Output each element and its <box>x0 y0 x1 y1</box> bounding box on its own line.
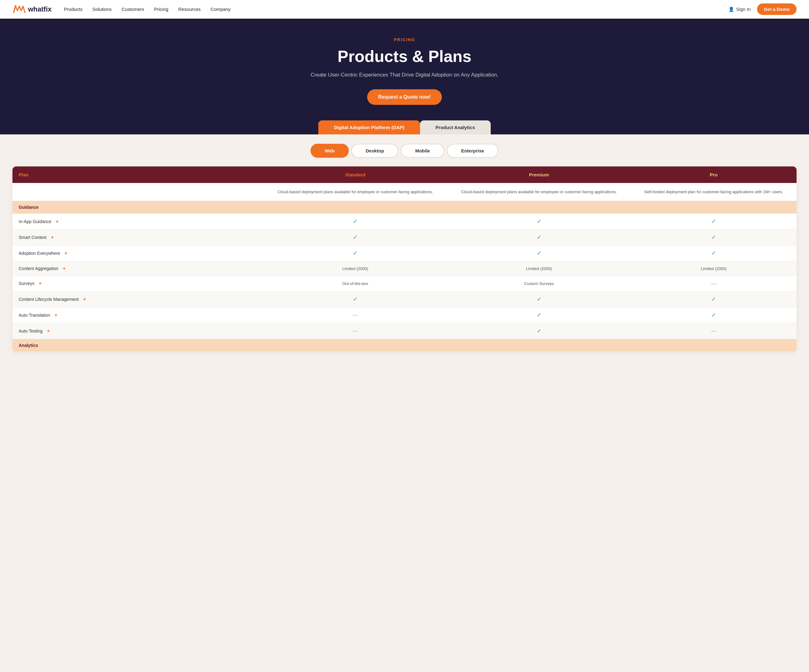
premium-limited: Limited (2000) <box>447 261 631 276</box>
signin-link[interactable]: 👤 Sign In <box>728 7 751 12</box>
dash-icon: — <box>711 280 717 287</box>
expand-icon[interactable]: + <box>83 297 86 302</box>
hero-title: Products & Plans <box>6 47 803 65</box>
get-demo-button[interactable]: Get a Demo <box>757 3 797 15</box>
description-row: Cloud-based deployment plans available f… <box>12 183 797 201</box>
tab-dap[interactable]: Digital Adoption Platform (DAP) <box>318 121 420 134</box>
checkmark-icon: ✓ <box>537 250 541 256</box>
feature-name: Adoption Everywhere + <box>12 245 263 261</box>
hero-section: PRICING Products & Plans Create User-Cen… <box>0 18 809 134</box>
standard-check: ✓ <box>263 213 447 229</box>
dash-icon: — <box>352 312 358 318</box>
table-row: Content Lifecycle Management + ✓ ✓ ✓ <box>12 291 797 307</box>
nav-company[interactable]: Company <box>211 7 230 12</box>
checkmark-icon: ✓ <box>537 328 541 334</box>
expand-icon[interactable]: + <box>54 312 57 318</box>
navbar-actions: 👤 Sign In Get a Demo <box>728 3 797 15</box>
plan-header: Plan <box>12 166 263 183</box>
standard-surveys: Out-of-the-box <box>263 276 447 291</box>
signin-label: Sign In <box>736 7 751 12</box>
nav-resources[interactable]: Resources <box>178 7 201 12</box>
pro-header: Pro <box>631 166 797 183</box>
checkmark-icon: ✓ <box>711 250 716 256</box>
feature-name: Auto Translation + <box>12 307 263 323</box>
standard-check: ✓ <box>263 229 447 245</box>
standard-at: — <box>263 307 447 323</box>
logo[interactable]: whatfix <box>12 4 52 15</box>
feature-name: In-App Guidance + <box>12 213 263 229</box>
subtab-mobile[interactable]: Mobile <box>401 144 444 158</box>
feature-name: Smart Context + <box>12 229 263 245</box>
subtab-enterprise[interactable]: Enterprise <box>447 144 498 158</box>
sub-tabs: Web Desktop Mobile Enterprise <box>12 144 797 158</box>
product-tabs: Digital Adoption Platform (DAP) Product … <box>6 121 803 134</box>
checkmark-icon: ✓ <box>711 296 716 302</box>
feature-name: Content Lifecycle Management + <box>12 291 263 307</box>
pro-at: ✓ <box>631 307 797 323</box>
analytics-section-label: Analytics <box>12 339 797 352</box>
expand-icon[interactable]: + <box>47 328 50 333</box>
expand-icon[interactable]: + <box>39 281 41 286</box>
checkmark-icon: ✓ <box>711 312 716 318</box>
expand-icon[interactable]: + <box>64 250 67 256</box>
pro-limited: Limited (2000) <box>631 261 797 276</box>
premium-clm: ✓ <box>447 291 631 307</box>
guidance-section-row: Guidance <box>12 201 797 213</box>
nav-customers[interactable]: Customers <box>122 7 144 12</box>
standard-clm: ✓ <box>263 291 447 307</box>
table-row: Auto Translation + — ✓ ✓ <box>12 307 797 323</box>
main-content: Web Desktop Mobile Enterprise Plan Stand… <box>0 134 809 364</box>
table-row: Smart Context + ✓ ✓ ✓ <box>12 229 797 245</box>
request-quote-button[interactable]: Request a Quote now! <box>367 89 442 105</box>
standard-desc: Cloud-based deployment plans available f… <box>263 183 447 201</box>
nav-products[interactable]: Products <box>64 7 82 12</box>
guidance-section-label: Guidance <box>12 201 797 213</box>
dash-icon: — <box>711 328 717 334</box>
premium-check: ✓ <box>447 245 631 261</box>
pro-autotest: — <box>631 323 797 339</box>
checkmark-icon: ✓ <box>537 296 541 302</box>
premium-header: Premium <box>447 166 631 183</box>
pricing-table: Plan Standard Premium Pro Cloud-based de… <box>12 166 797 352</box>
standard-check: ✓ <box>263 245 447 261</box>
table-row: Auto Testing + — ✓ — <box>12 323 797 339</box>
checkmark-icon: ✓ <box>537 218 541 225</box>
table-header-row: Plan Standard Premium Pro <box>12 166 797 183</box>
expand-icon[interactable]: + <box>56 219 59 224</box>
hero-subtitle: Create User-Centric Experiences That Dri… <box>6 72 803 78</box>
nav-pricing[interactable]: Pricing <box>154 7 168 12</box>
premium-check: ✓ <box>447 229 631 245</box>
checkmark-icon: ✓ <box>353 250 358 256</box>
premium-at: ✓ <box>447 307 631 323</box>
analytics-section-row: Analytics <box>12 339 797 352</box>
nav-links: Products Solutions Customers Pricing Res… <box>64 7 728 12</box>
plan-desc-empty <box>12 183 263 201</box>
pro-check: ✓ <box>631 245 797 261</box>
pro-desc: Self-hosted deployment plan for customer… <box>631 183 797 201</box>
feature-name: Auto Testing + <box>12 323 263 339</box>
svg-point-0 <box>15 5 17 7</box>
hero-tag: PRICING <box>6 37 803 42</box>
premium-autotest: ✓ <box>447 323 631 339</box>
table-row: In-App Guidance + ✓ ✓ ✓ <box>12 213 797 229</box>
subtab-desktop[interactable]: Desktop <box>351 144 398 158</box>
pro-clm: ✓ <box>631 291 797 307</box>
tab-analytics[interactable]: Product Analytics <box>420 121 491 134</box>
premium-surveys: Custom Surveys <box>447 276 631 291</box>
nav-solutions[interactable]: Solutions <box>92 7 112 12</box>
table-row: Surveys + Out-of-the-box Custom Surveys … <box>12 276 797 291</box>
checkmark-icon: ✓ <box>537 312 541 318</box>
feature-name: Content Aggregation + <box>12 261 263 276</box>
pro-check: ✓ <box>631 229 797 245</box>
user-icon: 👤 <box>728 7 734 12</box>
feature-name: Surveys + <box>12 276 263 291</box>
checkmark-icon: ✓ <box>711 234 716 240</box>
table-row: Adoption Everywhere + ✓ ✓ ✓ <box>12 245 797 261</box>
expand-icon[interactable]: + <box>51 235 54 240</box>
navbar: whatfix Products Solutions Customers Pri… <box>0 0 809 18</box>
expand-icon[interactable]: + <box>63 266 65 271</box>
subtab-web[interactable]: Web <box>311 144 349 158</box>
standard-autotest: — <box>263 323 447 339</box>
checkmark-icon: ✓ <box>711 218 716 225</box>
premium-check: ✓ <box>447 213 631 229</box>
